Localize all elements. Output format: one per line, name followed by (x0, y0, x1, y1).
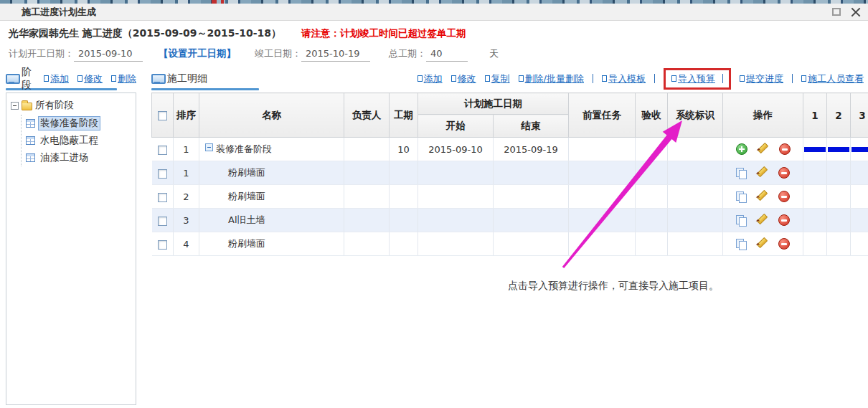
close-icon[interactable] (851, 7, 861, 17)
cell-predecessor (569, 209, 636, 232)
select-all-checkbox[interactable] (158, 111, 167, 120)
delete-icon[interactable] (778, 238, 790, 250)
maximize-icon[interactable] (832, 8, 841, 16)
row-checkbox[interactable] (158, 193, 167, 202)
row-checkbox[interactable] (158, 240, 167, 250)
toolbar-worker-view-link[interactable]: 施工人员查看 (801, 72, 864, 85)
toolbar-delete-batch-link[interactable]: 删除/批量删除 (519, 72, 584, 85)
gantt-cell-day1 (803, 185, 827, 209)
tree-item-plumbing-electric[interactable]: 水电隐蔽工程 (26, 132, 131, 149)
collapse-icon[interactable] (11, 102, 19, 110)
cell-system-flag (668, 185, 723, 209)
copy-icon[interactable] (736, 191, 747, 202)
gantt-cell-day3 (851, 138, 868, 161)
row-checkbox[interactable] (158, 169, 167, 179)
cell-acceptance (636, 161, 668, 185)
total-duration-input[interactable]: 40 (426, 48, 468, 62)
edit-icon[interactable] (757, 167, 768, 179)
plus-icon[interactable] (736, 143, 747, 155)
copy-icon[interactable] (736, 239, 747, 250)
doc-icon (44, 75, 49, 82)
window-controls (832, 7, 861, 17)
table-row: 2 粉刷墙面 (152, 185, 868, 209)
table-icon (26, 153, 35, 162)
delete-icon[interactable] (778, 214, 790, 226)
plan-start-input[interactable]: 2015-09-10 (74, 48, 143, 62)
table-icon (26, 119, 35, 128)
toolbar-divider (654, 74, 655, 83)
copy-icon[interactable] (736, 168, 747, 179)
cell-acceptance (636, 185, 668, 209)
header-seq: 排序 (174, 93, 199, 138)
doc-icon (740, 75, 745, 82)
delete-icon[interactable] (778, 167, 790, 179)
cell-predecessor (569, 161, 636, 185)
detail-panel-header: 施工明细 添加 修改 复制 删除/批量删除 导入模板 导入预算 提交进度 施工人… (151, 69, 867, 88)
edit-icon[interactable] (757, 191, 768, 202)
gantt-cell-day3 (851, 161, 868, 185)
cell-duration (390, 209, 418, 232)
gantt-bar (852, 147, 868, 152)
doc-icon (602, 75, 607, 82)
cell-owner (344, 232, 390, 256)
gantt-cell-day3 (851, 209, 868, 232)
delete-icon[interactable] (778, 191, 790, 202)
total-duration-label: 总工期： (389, 47, 426, 60)
toolbar-import-template-link[interactable]: 导入模板 (602, 72, 646, 85)
doc-icon (671, 75, 676, 82)
table-row: 3 Al旧土墙 (152, 209, 868, 232)
cell-start (418, 185, 494, 209)
toolbar-import-budget-link[interactable]: 导入预算 (671, 72, 715, 85)
toolbar-submit-progress-link[interactable]: 提交进度 (740, 72, 783, 85)
cell-system-flag (668, 161, 723, 185)
stage-delete-link[interactable]: 删除 (111, 72, 136, 85)
gantt-cell-day2 (827, 138, 851, 161)
gantt-bar (828, 147, 849, 152)
cell-owner (344, 161, 390, 185)
stage-tree: 所有阶段 装修准备阶段 水电隐蔽工程 油漆工进场 (6, 92, 136, 405)
cell-seq: 1 (174, 138, 199, 161)
finish-date-input[interactable]: 2015-10-19 (301, 48, 370, 62)
tree-item-painting[interactable]: 油漆工进场 (26, 149, 131, 166)
cell-start (418, 209, 494, 232)
edit-icon[interactable] (757, 238, 768, 250)
gantt-cell-day1 (803, 161, 827, 185)
cell-name: 粉刷墙面 (228, 166, 265, 179)
header-day-1: 1 (803, 93, 827, 138)
header-day-2: 2 (827, 93, 851, 138)
tree-root-all-stages[interactable]: 所有阶段 (11, 99, 131, 112)
edit-icon[interactable] (757, 214, 768, 226)
doc-icon (801, 75, 806, 82)
cell-system-flag (668, 138, 723, 161)
copy-icon[interactable] (736, 215, 747, 226)
toolbar-edit-link[interactable]: 修改 (451, 72, 476, 85)
toolbar-copy-link[interactable]: 复制 (485, 72, 510, 85)
set-start-date-link[interactable]: 【设置开工日期】 (159, 47, 236, 60)
edit-icon[interactable] (758, 143, 769, 155)
cell-seq: 4 (174, 232, 199, 256)
header-name: 名称 (199, 93, 344, 138)
toolbar-add-link[interactable]: 添加 (418, 72, 443, 85)
stage-add-link[interactable]: 添加 (44, 72, 69, 85)
tree-item-decoration-prep[interactable]: 装修准备阶段 (26, 115, 131, 132)
doc-icon (77, 75, 82, 82)
date-form-row: 计划开工日期： 2015-09-10 【设置开工日期】 竣工日期： 2015-1… (0, 40, 868, 67)
header-owner: 负责人 (344, 93, 390, 138)
cell-system-flag (668, 232, 723, 256)
monitor-icon (6, 74, 17, 83)
cell-end (494, 161, 569, 185)
cell-acceptance (636, 209, 668, 232)
stage-edit-link[interactable]: 修改 (77, 72, 103, 85)
tree-children: 装修准备阶段 水电隐蔽工程 油漆工进场 (21, 115, 131, 166)
row-checkbox[interactable] (158, 146, 167, 155)
gantt-cell-day3 (851, 232, 868, 256)
tree-item-label: 装修准备阶段 (38, 116, 100, 131)
toolbar-delete-batch-label: 删除/批量删除 (525, 72, 584, 85)
doc-icon (418, 75, 423, 82)
collapse-icon[interactable] (205, 143, 213, 151)
cell-duration: 10 (390, 138, 418, 161)
tree-item-label: 水电隐蔽工程 (38, 133, 100, 148)
table-header: 排序 名称 负责人 工期 计划施工日期 前置任务 验收 系统标识 操作 1 2 … (152, 93, 868, 138)
delete-icon[interactable] (779, 143, 791, 155)
row-checkbox[interactable] (158, 217, 167, 226)
